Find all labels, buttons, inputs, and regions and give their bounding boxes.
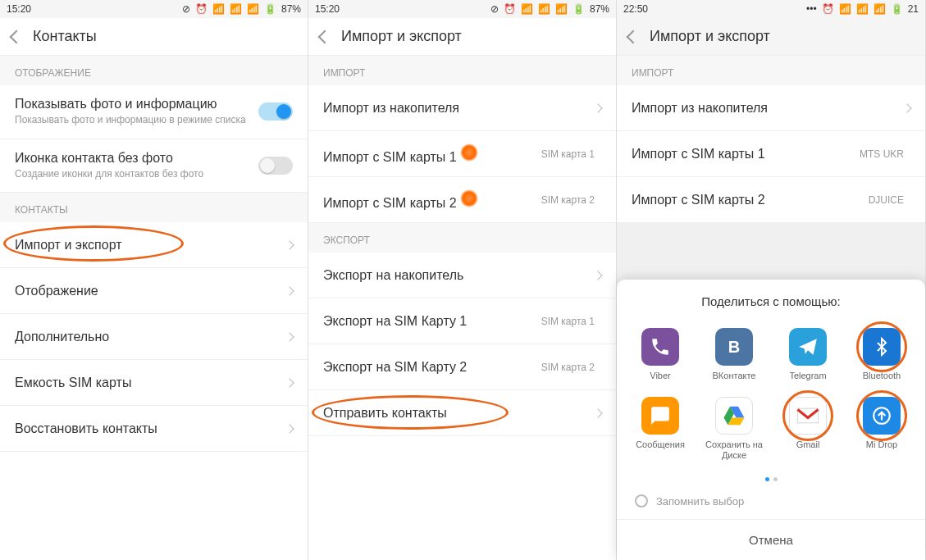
- status-bar: 22:50 ••• ⏰ 📶 📶 📶 🔋 21: [617, 0, 925, 18]
- row-import-sim2[interactable]: Импорт с SIM карты 2 SIM карта 2: [308, 177, 616, 223]
- share-item-gmail[interactable]: Gmail: [771, 392, 845, 467]
- share-item-mi-drop[interactable]: Mi Drop: [845, 392, 919, 467]
- row-title: Дополнительно: [15, 330, 286, 344]
- page-dots: [617, 476, 925, 486]
- cancel-button[interactable]: Отмена: [617, 519, 925, 560]
- share-item-viber[interactable]: Viber: [623, 323, 697, 388]
- row-right: SIM карта 2: [541, 194, 595, 206]
- share-grid: ViberBВКонтактеTelegramBluetoothСообщени…: [617, 318, 925, 476]
- row-right: MTS UKR: [860, 148, 904, 160]
- status-time: 15:20: [315, 3, 340, 15]
- share-label: Gmail: [796, 439, 820, 450]
- telegram-icon: [789, 328, 827, 366]
- alarm-icon: ⏰: [822, 3, 834, 15]
- back-icon[interactable]: [10, 30, 24, 43]
- share-label: Mi Drop: [866, 439, 898, 450]
- toggle-off[interactable]: [258, 157, 293, 175]
- alarm-icon: ⏰: [195, 3, 208, 15]
- row-title: Емкость SIM карты: [15, 376, 286, 390]
- radio-icon[interactable]: [635, 494, 648, 508]
- row-title: Импорт из накопителя: [323, 101, 595, 116]
- chevron-icon: [285, 424, 294, 433]
- row-export-sim1[interactable]: Экспорт на SIM Карту 1 SIM карта 1: [308, 298, 616, 344]
- back-icon[interactable]: [627, 30, 641, 43]
- status-time: 15:20: [7, 3, 31, 15]
- row-display[interactable]: Отображение: [0, 268, 308, 314]
- battery-text: 87%: [281, 3, 301, 15]
- row-subtitle: Показывать фото и информацию в режиме сп…: [15, 114, 258, 127]
- share-label: ВКонтакте: [713, 371, 756, 381]
- wifi-icon: 📶: [839, 3, 851, 15]
- status-icons: ⊘ ⏰ 📶 📶 📶 🔋 87%: [182, 3, 301, 15]
- annotation-dot: [460, 189, 478, 207]
- remember-row[interactable]: Запомнить выбор: [617, 486, 925, 519]
- share-label: Telegram: [789, 371, 826, 381]
- row-additional[interactable]: Дополнительно: [0, 314, 308, 360]
- chevron-icon: [285, 378, 294, 387]
- screen-import-export: 15:20 ⊘ ⏰ 📶 📶 📶 🔋 87% Импорт и экспорт И…: [308, 0, 617, 560]
- row-title: Импорт с SIM карты 2: [323, 196, 457, 210]
- signal-icon: 📶: [230, 3, 242, 15]
- section-import: ИМПОРТ: [308, 56, 616, 85]
- alarm-icon: ⏰: [504, 3, 516, 15]
- row-import-sim2[interactable]: Импорт с SIM карты 2 DJUICE: [617, 177, 925, 223]
- dot: [773, 477, 778, 481]
- screen-share: 22:50 ••• ⏰ 📶 📶 📶 🔋 21 Импорт и экспорт …: [617, 0, 926, 560]
- section-contacts: КОНТАКТЫ: [0, 193, 308, 222]
- wifi-icon: 📶: [521, 3, 533, 15]
- row-title: Импорт из накопителя: [632, 101, 904, 116]
- row-title: Экспорт на накопитель: [323, 268, 595, 283]
- page-title: Импорт и экспорт: [650, 28, 770, 45]
- viber-icon: [641, 328, 679, 366]
- signal2-icon: 📶: [874, 3, 886, 15]
- share-sheet: Поделиться с помощью: ViberBВКонтактеTel…: [617, 280, 925, 560]
- status-icons: ••• ⏰ 📶 📶 📶 🔋 21: [806, 3, 919, 15]
- share-item-сохранить-на-диске[interactable]: Сохранить на Диске: [697, 392, 771, 467]
- row-import-sim1[interactable]: Импорт с SIM карты 1 MTS UKR: [617, 131, 925, 177]
- screen-contacts: 15:20 ⊘ ⏰ 📶 📶 📶 🔋 87% Контакты ОТОБРАЖЕН…: [0, 0, 308, 560]
- status-time: 22:50: [623, 3, 648, 15]
- chevron-icon: [593, 271, 602, 280]
- wifi-icon: 📶: [212, 3, 225, 15]
- row-title: Импорт с SIM карты 2: [632, 193, 869, 207]
- row-title: Импорт с SIM карты 1: [323, 150, 457, 164]
- chevron-icon: [593, 408, 602, 417]
- share-label: Viber: [650, 371, 670, 381]
- chevron-icon: [285, 332, 294, 341]
- row-import-sim1[interactable]: Импорт с SIM карты 1 SIM карта 1: [308, 131, 616, 177]
- chevron-icon: [902, 103, 911, 112]
- share-item-bluetooth[interactable]: Bluetooth: [845, 323, 919, 388]
- row-export-sim2[interactable]: Экспорт на SIM Карту 2 SIM карта 2: [308, 344, 616, 390]
- row-title: Отображение: [15, 284, 286, 298]
- row-title: Иконка контакта без фото: [15, 151, 258, 166]
- section-import: ИМПОРТ: [617, 56, 925, 85]
- status-icons: ⊘ ⏰ 📶 📶 📶 🔋 87%: [490, 3, 609, 15]
- row-show-photo[interactable]: Показывать фото и информацию Показывать …: [0, 85, 308, 139]
- annotation-dot: [460, 143, 478, 162]
- dot-active: [765, 477, 769, 481]
- back-icon[interactable]: [318, 30, 332, 43]
- row-right: SIM карта 1: [541, 148, 595, 160]
- row-right: DJUICE: [869, 194, 904, 206]
- share-item-вконтакте[interactable]: BВКонтакте: [697, 323, 771, 388]
- remember-label: Запомнить выбор: [656, 495, 744, 508]
- row-import-export[interactable]: Импорт и экспорт: [0, 222, 308, 268]
- row-subtitle: Создание иконки для контактов без фото: [15, 168, 258, 181]
- dnd-icon: ⊘: [490, 3, 499, 15]
- section-export: ЭКСПОРТ: [308, 223, 616, 253]
- share-item-telegram[interactable]: Telegram: [771, 323, 845, 388]
- battery-text: 21: [908, 3, 919, 15]
- row-import-storage[interactable]: Импорт из накопителя: [308, 85, 616, 131]
- row-export-storage[interactable]: Экспорт на накопитель: [308, 253, 616, 298]
- share-label: Сообщения: [636, 439, 685, 450]
- row-sim-capacity[interactable]: Емкость SIM карты: [0, 360, 308, 406]
- row-title: Отправить контакты: [323, 406, 595, 421]
- row-icon-nophoto[interactable]: Иконка контакта без фото Создание иконки…: [0, 139, 308, 193]
- row-import-storage[interactable]: Импорт из накопителя: [617, 85, 925, 131]
- row-send-contacts[interactable]: Отправить контакты: [308, 390, 616, 436]
- share-item-сообщения[interactable]: Сообщения: [623, 392, 697, 467]
- row-restore-contacts[interactable]: Восстановить контакты: [0, 406, 308, 452]
- вконтакте-icon: B: [715, 328, 753, 366]
- row-title: Экспорт на SIM Карту 1: [323, 314, 541, 329]
- toggle-on[interactable]: [258, 102, 293, 121]
